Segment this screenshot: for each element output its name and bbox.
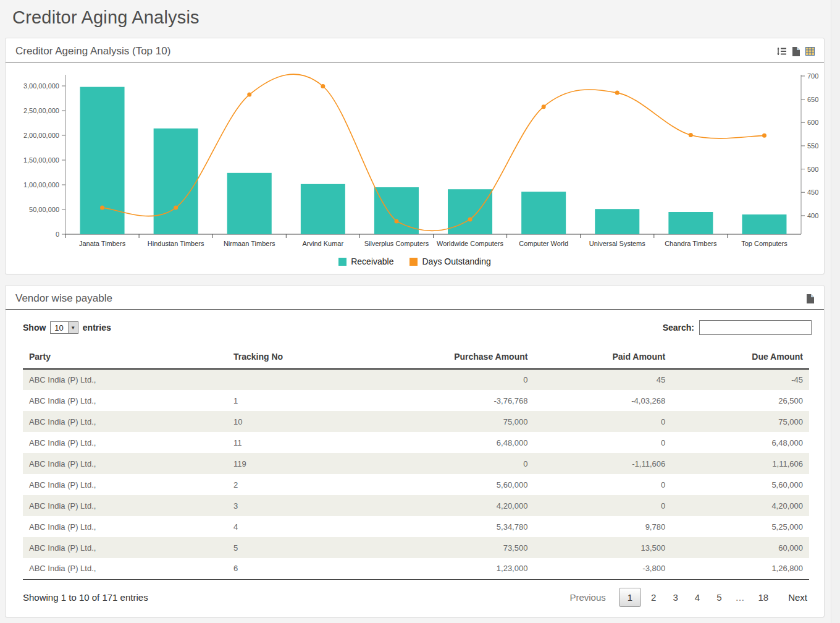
cell: 4,20,000 (369, 495, 534, 516)
table-footer: Showing 1 to 10 of 171 entries Previous … (6, 580, 824, 617)
show-label: Show (23, 323, 46, 333)
svg-text:450: 450 (807, 189, 818, 196)
table-body: ABC India (P) Ltd.,045-45ABC India (P) L… (23, 369, 809, 579)
cell (227, 369, 369, 390)
bar-1[interactable] (154, 129, 198, 234)
line-point-6[interactable] (542, 104, 546, 109)
pagination-pages: 12345…18 (616, 588, 775, 607)
cell: 0 (534, 474, 671, 495)
table-row: ABC India (P) Ltd.,61,23,000-3,8001,26,8… (23, 558, 809, 579)
pagination-page-2[interactable]: 2 (644, 588, 663, 606)
cell: 119 (227, 453, 369, 474)
cell: 5 (227, 537, 369, 558)
bar-8[interactable] (668, 212, 713, 234)
row-list-icon[interactable] (776, 46, 787, 56)
pagination-next[interactable]: Next (778, 588, 814, 606)
pagination-page-3[interactable]: 3 (666, 588, 684, 606)
page-scrollbar[interactable] (831, 0, 840, 623)
table-card-title: Vendor wise payable (15, 292, 112, 305)
cell: 1 (227, 390, 369, 411)
table-row: ABC India (P) Ltd.,116,48,00006,48,000 (23, 432, 809, 453)
svg-text:Silverplus Computers: Silverplus Computers (364, 240, 429, 247)
svg-text:1,00,00,000: 1,00,00,000 (23, 181, 59, 189)
svg-text:700: 700 (807, 72, 818, 80)
line-point-5[interactable] (468, 217, 472, 221)
line-point-0[interactable] (100, 206, 104, 210)
pagination: Previous 12345…18 Next (560, 588, 814, 607)
legend-swatch (410, 258, 418, 266)
cell: 75,000 (671, 411, 809, 432)
pagination-previous[interactable]: Previous (563, 588, 615, 606)
entries-status: Showing 1 to 10 of 171 entries (23, 592, 148, 603)
page-title: Creditor Aging Analysis (0, 0, 830, 38)
line-point-7[interactable] (615, 91, 620, 95)
bar-0[interactable] (80, 87, 125, 234)
cell: 5,60,000 (369, 474, 534, 495)
page-size-select[interactable]: 10 ▼ (50, 321, 78, 334)
svg-text:Top Computers: Top Computers (741, 240, 788, 247)
pagination-ellipsis: … (731, 588, 748, 606)
bar-5[interactable] (448, 189, 492, 234)
chart-legend: Receivable Days Outstanding (6, 255, 824, 274)
cell: ABC India (P) Ltd., (23, 411, 227, 432)
svg-text:500: 500 (807, 166, 818, 173)
cell: -45 (671, 369, 809, 390)
page-size-value: 10 (51, 322, 67, 333)
svg-text:Nirmaan Timbers: Nirmaan Timbers (224, 240, 275, 247)
chart-svg: 050,00,0001,00,00,0001,50,00,0002,00,00,… (6, 67, 829, 252)
line-point-4[interactable] (394, 219, 398, 223)
cell: 0 (534, 432, 671, 453)
table-row: ABC India (P) Ltd.,25,60,00005,60,000 (23, 474, 809, 495)
cell: 0 (369, 369, 534, 390)
line-point-8[interactable] (689, 133, 693, 137)
column-header-paid-amount[interactable]: Paid Amount (534, 345, 671, 369)
line-point-1[interactable] (174, 206, 178, 210)
svg-text:400: 400 (807, 212, 818, 219)
line-point-2[interactable] (247, 93, 251, 97)
cell: ABC India (P) Ltd., (23, 537, 227, 558)
chart-card: Creditor Ageing Analysis (Top 10) (5, 38, 825, 274)
svg-text:Chandra Timbers: Chandra Timbers (665, 240, 717, 247)
svg-text:Universal Systems: Universal Systems (589, 240, 646, 247)
pagination-page-5[interactable]: 5 (710, 588, 728, 606)
column-header-party[interactable]: Party (23, 345, 227, 369)
export-file-icon[interactable] (805, 294, 815, 303)
table-row: ABC India (P) Ltd.,1-3,76,768-4,03,26826… (23, 390, 809, 411)
column-header-purchase-amount[interactable]: Purchase Amount (369, 345, 534, 369)
cell: 0 (534, 411, 671, 432)
pagination-page-4[interactable]: 4 (688, 588, 707, 606)
bar-6[interactable] (521, 192, 566, 234)
export-file-icon[interactable] (791, 46, 801, 56)
cell: ABC India (P) Ltd., (23, 369, 227, 390)
table-row: ABC India (P) Ltd.,45,34,7809,7805,25,00… (23, 516, 809, 537)
pagination-page-1[interactable]: 1 (619, 588, 641, 607)
chart-toolbar (776, 46, 815, 56)
svg-text:1,50,00,000: 1,50,00,000 (23, 156, 59, 164)
vendor-table: Party Tracking No Purchase Amount Paid A… (23, 345, 809, 580)
pagination-page-18[interactable]: 18 (751, 588, 775, 606)
column-header-tracking-no[interactable]: Tracking No (227, 345, 369, 369)
bar-9[interactable] (742, 214, 786, 234)
table-card-header: Vendor wise payable (6, 286, 824, 310)
bar-3[interactable] (301, 184, 345, 234)
cell: 4,20,000 (671, 495, 809, 516)
cell: -4,03,268 (534, 390, 671, 411)
line-point-9[interactable] (762, 134, 766, 138)
table-row: ABC India (P) Ltd.,1190-1,11,6061,11,606 (23, 453, 809, 474)
data-grid-icon[interactable] (805, 46, 815, 56)
search-input[interactable] (699, 320, 812, 335)
column-header-due-amount[interactable]: Due Amount (671, 345, 809, 369)
bar-2[interactable] (227, 173, 272, 234)
cell: 6 (227, 558, 369, 579)
cell: 4 (227, 516, 369, 537)
cell: 1,26,800 (671, 558, 809, 579)
line-point-3[interactable] (321, 84, 325, 88)
bar-4[interactable] (374, 187, 419, 234)
cell: 3 (227, 495, 369, 516)
bar-7[interactable] (595, 209, 639, 234)
cell: ABC India (P) Ltd., (23, 558, 227, 579)
cell: -1,11,606 (534, 453, 671, 474)
legend-item-receivable[interactable]: Receivable (338, 256, 393, 266)
legend-item-days-outstanding[interactable]: Days Outstanding (410, 256, 490, 266)
legend-label: Days Outstanding (422, 256, 490, 266)
